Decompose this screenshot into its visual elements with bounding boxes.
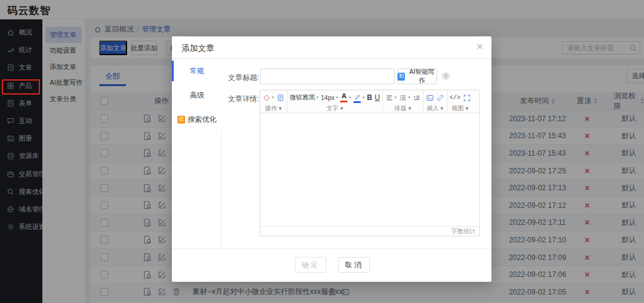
modal-tab[interactable]: 常规 xyxy=(172,59,222,83)
list-icon[interactable]: ▾ xyxy=(399,94,410,102)
modal-header: 添加文章 × xyxy=(172,36,491,59)
modal-tab[interactable]: 高级 xyxy=(172,83,222,107)
chevron-down-icon: ▾ xyxy=(363,95,365,100)
modal-title: 添加文章 xyxy=(182,43,214,54)
article-detail-label: 文章详情: xyxy=(223,94,259,104)
chevron-down-icon: ▾ xyxy=(272,95,274,100)
code-icon[interactable]: </> xyxy=(450,95,461,101)
editor-content[interactable] xyxy=(260,113,479,226)
align-icon[interactable]: ▾ xyxy=(386,94,397,102)
image-icon[interactable] xyxy=(426,94,434,102)
modal-tab[interactable]: 优搜索优化 xyxy=(172,107,222,132)
chevron-down-icon: ▾ xyxy=(349,95,351,100)
format-brush-icon[interactable]: ▾ xyxy=(263,94,274,102)
close-icon[interactable]: × xyxy=(476,41,483,52)
chevron-down-icon: ▾ xyxy=(408,95,410,100)
paste-icon[interactable] xyxy=(277,94,284,102)
editor-toolbar: ▾操作 ▾微软雅黑▾14px▾A▾▾BU文字 ▾▾▾排版 ▾插入 ▾</>视图 … xyxy=(260,90,479,113)
toolbar-text-item[interactable]: 微软雅黑▾ xyxy=(290,93,319,102)
seo-badge-icon: 优 xyxy=(177,116,185,124)
toolbar-group: </>视图 ▾ xyxy=(447,90,473,113)
app-window: 码云数智 概况统计文章产品表单互动图册资源库交易管理搜索优化域名管理系统设置 管… xyxy=(0,0,644,303)
toolbar-group-label[interactable]: 排版 ▾ xyxy=(386,104,421,112)
fullscreen-icon[interactable] xyxy=(463,94,471,102)
ai-badge-icon: 初 xyxy=(398,73,405,81)
toolbar-group: 插入 ▾ xyxy=(424,90,447,113)
confirm-button[interactable]: 确定 xyxy=(295,257,326,273)
toolbar-group: 微软雅黑▾14px▾A▾▾BU文字 ▾ xyxy=(288,90,383,113)
highlight-icon[interactable]: ▾ xyxy=(353,93,365,103)
toolbar-group: ▾操作 ▾ xyxy=(260,90,288,113)
article-title-label: 文章标题: xyxy=(223,73,259,83)
chevron-down-icon: ▾ xyxy=(317,95,319,100)
modal-tab-list: 常规高级优搜索优化 xyxy=(172,59,222,248)
toolbar-group-label[interactable]: 视图 ▾ xyxy=(450,104,471,112)
ai-write-button[interactable]: 初 AI智能写作 xyxy=(397,68,437,84)
toolbar-group-label[interactable]: 文字 ▾ xyxy=(290,104,380,112)
toolbar-group-label[interactable]: 插入 ▾ xyxy=(426,104,444,112)
chevron-down-icon: ▾ xyxy=(336,95,338,100)
cancel-button[interactable]: 取消 xyxy=(338,257,370,273)
add-article-modal: 添加文章 × 常规高级优搜索优化 文章标题: 初 AI智能写作 ? 文章详情: … xyxy=(172,36,491,282)
modal-footer-divider xyxy=(172,248,491,249)
help-icon[interactable]: ? xyxy=(442,72,450,80)
article-title-input[interactable] xyxy=(260,68,395,84)
link-icon[interactable] xyxy=(436,94,444,102)
rich-text-editor: ▾操作 ▾微软雅黑▾14px▾A▾▾BU文字 ▾▾▾排版 ▾插入 ▾</>视图 … xyxy=(260,90,480,236)
toolbar-text-item[interactable]: B xyxy=(367,93,372,102)
toolbar-text-item[interactable]: U xyxy=(375,93,380,102)
toolbar-group: ▾▾排版 ▾ xyxy=(383,90,424,113)
indent-icon[interactable] xyxy=(413,94,421,102)
font-color-icon[interactable]: A▾ xyxy=(340,93,351,102)
toolbar-group-label[interactable]: 操作 ▾ xyxy=(263,104,284,112)
chevron-down-icon: ▾ xyxy=(395,95,397,100)
word-count-label[interactable]: 字数统计 xyxy=(452,227,476,236)
toolbar-text-item[interactable]: 14px▾ xyxy=(321,94,338,101)
editor-status-bar: 字数统计 xyxy=(260,226,479,236)
